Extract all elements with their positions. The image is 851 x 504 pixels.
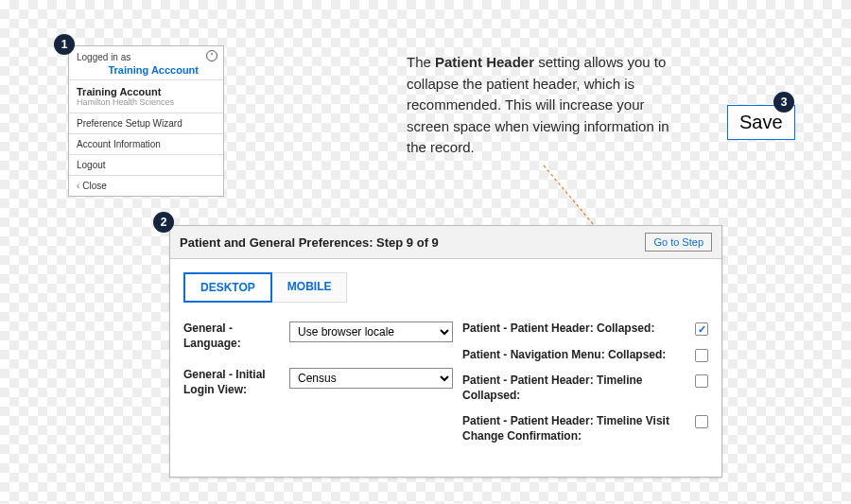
- menu-item-logout[interactable]: Logout: [69, 154, 223, 175]
- header-collapsed-checkbox[interactable]: [695, 322, 708, 336]
- preferences-title: Patient and General Preferences: Step 9 …: [180, 235, 439, 250]
- timeline-collapsed-label: Patient - Patient Header: Timeline Colla…: [462, 374, 695, 403]
- account-org: Hamilton Health Sciences: [77, 97, 216, 107]
- row-nav-collapsed: Patient - Navigation Menu: Collapsed:: [462, 348, 708, 363]
- description-text: The Patient Header setting allows you to…: [407, 52, 681, 159]
- desc-before: The: [407, 54, 435, 70]
- user-menu-top: Logged in as ˄ Training Acccount: [69, 46, 223, 79]
- timeline-collapsed-checkbox[interactable]: [695, 374, 708, 388]
- logged-in-label: Logged in as: [77, 52, 130, 62]
- row-header-collapsed: Patient - Patient Header: Collapsed:: [462, 322, 708, 337]
- user-menu-panel: Logged in as ˄ Training Acccount Trainin…: [68, 45, 224, 197]
- menu-item-preference-wizard[interactable]: Preference Setup Wizard: [69, 113, 223, 133]
- desc-bold: Patient Header: [435, 54, 534, 70]
- field-language: General - Language: Use browser locale: [183, 322, 453, 351]
- row-timeline-collapsed: Patient - Patient Header: Timeline Colla…: [462, 374, 708, 403]
- account-name: Training Account: [77, 86, 216, 97]
- field-login-view: General - Initial Login View: Census: [183, 368, 453, 397]
- login-view-select[interactable]: Census: [289, 368, 453, 389]
- preferences-header: Patient and General Preferences: Step 9 …: [170, 226, 721, 259]
- login-view-label: General - Initial Login View:: [183, 368, 289, 397]
- tab-mobile[interactable]: MOBILE: [272, 272, 348, 303]
- left-column: General - Language: Use browser locale G…: [183, 322, 453, 456]
- collapse-icon[interactable]: ˄: [206, 50, 217, 61]
- step-badge-2: 2: [153, 212, 174, 233]
- visit-confirm-label: Patient - Patient Header: Timeline Visit…: [462, 414, 695, 443]
- tabs-row: DESKTOP MOBILE: [170, 259, 721, 303]
- menu-item-close[interactable]: Close: [69, 175, 223, 196]
- user-menu-header: Training Account Hamilton Health Science…: [69, 79, 223, 113]
- row-visit-confirm: Patient - Patient Header: Timeline Visit…: [462, 414, 708, 443]
- nav-collapsed-label: Patient - Navigation Menu: Collapsed:: [462, 348, 695, 363]
- step-badge-1: 1: [54, 34, 75, 55]
- tab-desktop[interactable]: DESKTOP: [183, 272, 272, 303]
- right-column: Patient - Patient Header: Collapsed: Pat…: [462, 322, 708, 456]
- account-link[interactable]: Training Acccount: [77, 64, 216, 76]
- nav-collapsed-checkbox[interactable]: [695, 349, 708, 362]
- header-collapsed-label: Patient - Patient Header: Collapsed:: [462, 322, 695, 337]
- language-label: General - Language:: [183, 322, 289, 351]
- go-to-step-button[interactable]: Go to Step: [645, 233, 712, 252]
- language-select[interactable]: Use browser locale: [289, 322, 453, 342]
- preferences-panel: Patient and General Preferences: Step 9 …: [169, 225, 722, 478]
- preferences-body: General - Language: Use browser locale G…: [170, 303, 721, 477]
- step-badge-3: 3: [773, 92, 794, 113]
- visit-confirm-checkbox[interactable]: [695, 415, 708, 428]
- menu-item-account-info[interactable]: Account Information: [69, 133, 223, 154]
